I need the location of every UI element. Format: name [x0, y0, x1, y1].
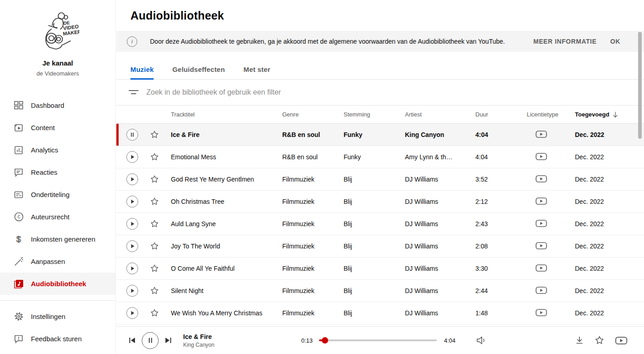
license-type-button[interactable]	[535, 242, 547, 250]
track-title: Emotional Mess	[171, 153, 282, 161]
table-row[interactable]: Joy To The World Filmmuziek Blij DJ Will…	[116, 235, 644, 258]
track-added: Dec. 2022	[575, 309, 644, 317]
tab[interactable]: Met ster	[244, 60, 270, 80]
next-track-button[interactable]	[164, 336, 172, 344]
play-icon	[130, 310, 135, 316]
feedback-icon	[13, 334, 24, 344]
star-icon	[594, 335, 605, 346]
sidebar-item-auteursrecht[interactable]: c Auteursrecht	[0, 206, 115, 228]
license-type-button[interactable]	[535, 152, 547, 161]
sidebar-item-reacties[interactable]: Reacties	[0, 161, 115, 183]
track-artist: DJ Williams	[405, 176, 475, 183]
track-added: Dec. 2022	[575, 131, 644, 138]
search-input[interactable]	[146, 88, 419, 96]
ok-button[interactable]: OK	[610, 38, 620, 45]
star-button[interactable]	[150, 263, 160, 273]
play-pause-button[interactable]	[126, 129, 138, 141]
tab[interactable]: Geluidseffecten	[172, 60, 225, 80]
column-header-toegevoegd[interactable]: Toegevoegd	[575, 111, 644, 118]
content-icon	[13, 122, 24, 133]
channel-avatar[interactable]: DE VIDEO MAKERS	[36, 10, 80, 54]
previous-track-button[interactable]	[128, 336, 136, 344]
audio-library-icon	[13, 278, 24, 289]
star-icon	[150, 308, 160, 318]
sort-descending-icon	[612, 111, 619, 118]
sidebar-item-ondertiteling[interactable]: Ondertiteling	[0, 183, 115, 206]
tab[interactable]: Muziek	[130, 60, 154, 80]
sidebar-item-label: Reacties	[31, 168, 57, 176]
table-row[interactable]: Silent Night Filmmuziek Blij DJ Williams…	[116, 280, 644, 302]
star-button[interactable]	[150, 152, 160, 162]
track-added: Dec. 2022	[575, 153, 644, 161]
player-pause-button[interactable]	[142, 332, 159, 349]
player-star-button[interactable]	[594, 335, 605, 346]
play-pause-button[interactable]	[126, 307, 138, 319]
license-type-button[interactable]	[535, 197, 547, 205]
license-type-icon	[535, 152, 547, 161]
sidebar-item-content[interactable]: Content	[0, 116, 115, 139]
license-type-button[interactable]	[535, 130, 547, 138]
play-pause-button[interactable]	[126, 173, 138, 185]
track-duration: 2:43	[475, 220, 527, 228]
track-artist: DJ Williams	[405, 287, 475, 294]
main-content: Audiobibliotheek i Door deze Audiobiblio…	[116, 8, 644, 324]
filter-icon[interactable]	[129, 87, 139, 97]
track-artist: Amy Lynn & th…	[405, 153, 475, 161]
svg-text:c: c	[17, 213, 20, 220]
table-row[interactable]: Ice & Fire R&B en soul Funky King Canyon…	[116, 124, 644, 146]
license-type-button[interactable]	[535, 219, 547, 228]
progress-bar[interactable]	[319, 339, 437, 341]
track-added: Dec. 2022	[575, 287, 644, 294]
star-button[interactable]	[150, 174, 160, 184]
license-type-button[interactable]	[535, 175, 547, 183]
table-row[interactable]: God Rest Ye Merry Gentlmen Filmmuziek Bl…	[116, 168, 644, 191]
track-genre: Filmmuziek	[282, 220, 344, 228]
license-type-button[interactable]	[535, 308, 547, 317]
star-button[interactable]	[150, 219, 160, 229]
sidebar-item-label: Feedback sturen	[31, 335, 82, 343]
track-mood: Blij	[344, 287, 405, 294]
next-track-icon	[164, 336, 172, 344]
download-button[interactable]	[575, 336, 584, 345]
sidebar-item-dashboard[interactable]: Dashboard	[0, 94, 115, 116]
sidebar-item-inkomsten-genereren[interactable]: $ Inkomsten genereren	[0, 228, 115, 250]
license-type-button[interactable]	[535, 264, 547, 272]
star-button[interactable]	[150, 130, 160, 140]
track-title: God Rest Ye Merry Gentlmen	[171, 176, 282, 183]
play-pause-button[interactable]	[126, 285, 138, 297]
track-duration: 3:52	[475, 176, 527, 183]
sidebar-footer-item-feedback-sturen[interactable]: Feedback sturen	[0, 328, 115, 350]
license-type-button[interactable]	[535, 286, 547, 294]
sidebar-footer-item-instellingen[interactable]: Instellingen	[0, 305, 115, 328]
track-artist: DJ Williams	[405, 309, 475, 317]
star-button[interactable]	[150, 308, 160, 318]
tab-bar: Muziek Geluidseffecten Met ster	[116, 60, 644, 80]
table-row[interactable]: O Come All Ye Faithful Filmmuziek Blij D…	[116, 258, 644, 280]
play-icon	[130, 266, 135, 271]
table-row[interactable]: Emotional Mess R&B en soul Funky Amy Lyn…	[116, 146, 644, 168]
channel-header: DE VIDEO MAKERS Je kanaal de Videomakers	[0, 0, 115, 94]
star-button[interactable]	[150, 197, 160, 207]
star-button[interactable]	[150, 241, 160, 251]
column-header-tracktitel: Tracktitel	[171, 111, 282, 118]
play-pause-button[interactable]	[126, 218, 138, 230]
sidebar-item-aanpassen[interactable]: Aanpassen	[0, 250, 115, 273]
track-title: We Wish You A Merry Christmas	[171, 309, 282, 317]
table-row[interactable]: We Wish You A Merry Christmas Filmmuziek…	[116, 302, 644, 324]
player-license-button[interactable]	[615, 336, 628, 345]
play-pause-button[interactable]	[126, 263, 138, 274]
vertical-scrollbar-thumb[interactable]	[638, 32, 642, 139]
sidebar-item-label: Dashboard	[31, 101, 64, 109]
table-row[interactable]: Oh Christmas Tree Filmmuziek Blij DJ Wil…	[116, 191, 644, 213]
more-info-button[interactable]: MEER INFORMATIE	[533, 38, 596, 45]
progress-knob[interactable]	[322, 337, 328, 344]
play-pause-button[interactable]	[126, 240, 138, 252]
table-row[interactable]: Auld Lang Syne Filmmuziek Blij DJ Willia…	[116, 213, 644, 235]
sidebar-item-analytics[interactable]: Analytics	[0, 139, 115, 161]
sidebar-nav: Dashboard Content Analytics Reacties Ond…	[0, 94, 115, 295]
star-button[interactable]	[150, 286, 160, 296]
play-pause-button[interactable]	[126, 196, 138, 207]
sidebar-item-audiobibliotheek[interactable]: Audiobibliotheek	[0, 273, 115, 295]
play-pause-button[interactable]	[126, 151, 138, 163]
volume-button[interactable]	[476, 335, 487, 345]
